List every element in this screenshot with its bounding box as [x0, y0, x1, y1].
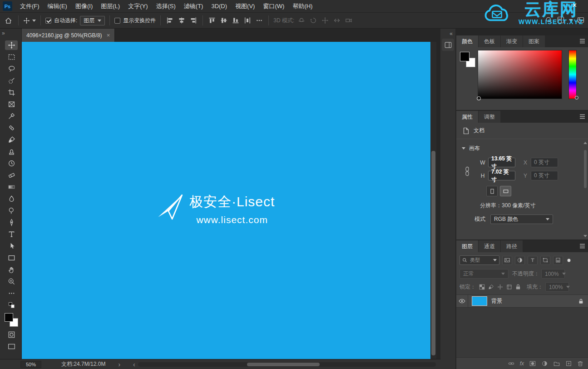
color-picker-cursor[interactable]: [477, 96, 481, 100]
menu-3d[interactable]: 3D(D): [207, 0, 231, 13]
marquee-tool[interactable]: [5, 52, 18, 62]
align-center-h-button[interactable]: [177, 16, 186, 25]
filter-shape-layers-button[interactable]: [540, 256, 550, 265]
dodge-tool[interactable]: [5, 206, 18, 215]
align-middle-button[interactable]: [219, 16, 228, 25]
hue-slider[interactable]: [568, 50, 577, 99]
saturation-brightness-picker[interactable]: [478, 50, 562, 99]
panel-menu-button[interactable]: [579, 39, 585, 44]
auto-select-checkbox[interactable]: [45, 18, 51, 24]
type-tool[interactable]: [5, 229, 18, 239]
filter-pixel-layers-button[interactable]: [502, 256, 512, 265]
chevron-down-icon[interactable]: [569, 19, 573, 21]
auto-select-dropdown[interactable]: 图层: [80, 16, 105, 25]
tab-color[interactable]: 颜色: [456, 35, 479, 47]
y-field[interactable]: 0 英寸: [531, 171, 558, 180]
zoom-tool[interactable]: [5, 277, 18, 286]
landscape-orientation-button[interactable]: [500, 186, 511, 196]
align-right-button[interactable]: [189, 16, 198, 25]
lasso-tool[interactable]: [5, 64, 18, 74]
document-tab[interactable]: 4096×2160.jpg @ 50%(RGB/8) ×: [22, 29, 115, 42]
menu-file[interactable]: 文件(F): [16, 0, 44, 13]
menu-help[interactable]: 帮助(H): [288, 0, 316, 13]
scroll-up-icon[interactable]: [583, 142, 587, 144]
width-field[interactable]: 13.65 英寸: [488, 158, 515, 167]
canvas-section-header[interactable]: 画布: [456, 139, 588, 154]
crop-tool[interactable]: [5, 88, 18, 97]
tab-channels[interactable]: 通道: [479, 240, 501, 252]
align-top-button[interactable]: [208, 16, 217, 25]
layer-style-icon[interactable]: fx: [520, 360, 524, 367]
lock-all-icon[interactable]: [515, 284, 521, 290]
status-flyout-icon[interactable]: ›: [118, 361, 120, 368]
menu-edit[interactable]: 编辑(E): [44, 0, 71, 13]
search-icon[interactable]: [545, 16, 553, 24]
link-layers-icon[interactable]: [508, 360, 515, 367]
filter-type-layers-button[interactable]: [528, 256, 538, 265]
screen-mode-button[interactable]: [5, 342, 18, 351]
brush-tool[interactable]: [5, 135, 18, 145]
panel-scrollbar-thumb[interactable]: [584, 150, 587, 188]
vertical-scrollbar[interactable]: [430, 42, 436, 359]
lock-artboard-icon[interactable]: [506, 284, 512, 290]
layer-row-background[interactable]: 背景: [456, 295, 588, 308]
scroll-down-icon[interactable]: [583, 235, 587, 237]
path-selection-tool[interactable]: [5, 241, 18, 251]
menu-image[interactable]: 图像(I): [71, 0, 97, 13]
tab-gradients[interactable]: 渐变: [501, 35, 523, 47]
new-adjustment-layer-icon[interactable]: [541, 360, 548, 367]
foreground-color-swatch[interactable]: [5, 313, 13, 322]
distribute-button[interactable]: [243, 16, 252, 25]
panel-scrollbar[interactable]: [583, 138, 587, 238]
window-close-icon[interactable]: ✕: [572, 2, 577, 9]
color-mode-dropdown[interactable]: RGB 颜色: [490, 214, 553, 224]
tab-layers[interactable]: 图层: [456, 240, 479, 252]
filter-toggle-icon[interactable]: [567, 258, 571, 263]
home-button[interactable]: [3, 15, 14, 26]
menu-select[interactable]: 选择(S): [152, 0, 179, 13]
menu-window[interactable]: 窗口(W): [259, 0, 288, 13]
show-transform-checkbox[interactable]: [114, 18, 120, 24]
default-colors-button[interactable]: [5, 300, 18, 310]
blur-tool[interactable]: [5, 194, 18, 204]
filter-smart-objects-button[interactable]: [553, 256, 563, 265]
layer-filter-type-dropdown[interactable]: 类型: [460, 255, 499, 265]
tab-properties[interactable]: 属性: [456, 111, 479, 123]
new-layer-icon[interactable]: [565, 360, 572, 367]
scroll-left-icon[interactable]: ‹: [133, 361, 135, 368]
workspace-switcher-icon[interactable]: [557, 16, 564, 24]
constrain-proportions-icon[interactable]: [464, 166, 470, 176]
foreground-color-swatch[interactable]: [460, 52, 469, 61]
pen-tool[interactable]: [5, 218, 18, 227]
layer-visibility-toggle[interactable]: [456, 295, 468, 307]
quick-mask-button[interactable]: [5, 330, 18, 339]
more-align-options-button[interactable]: [255, 16, 264, 25]
hue-slider-cursor[interactable]: [575, 96, 578, 100]
gradient-tool[interactable]: [5, 182, 18, 192]
blend-mode-dropdown[interactable]: 正常: [460, 269, 509, 279]
vertical-scrollbar-thumb[interactable]: [431, 151, 435, 355]
tab-swatches[interactable]: 色板: [479, 35, 501, 47]
lock-paint-icon[interactable]: [488, 284, 494, 290]
toolbar-collapse-button[interactable]: »: [2, 30, 5, 36]
share-image-icon[interactable]: [577, 16, 584, 24]
portrait-orientation-button[interactable]: [486, 186, 498, 196]
collapsed-panel-button[interactable]: [442, 39, 454, 51]
eyedropper-tool[interactable]: [5, 111, 18, 121]
horizontal-scrollbar[interactable]: [138, 362, 436, 367]
new-group-icon[interactable]: [553, 360, 560, 367]
tab-close-icon[interactable]: ×: [107, 32, 110, 39]
edit-toolbar-button[interactable]: [5, 289, 18, 298]
quick-selection-tool[interactable]: [5, 76, 18, 85]
tab-adjustments[interactable]: 调整: [479, 111, 501, 123]
align-bottom-button[interactable]: [231, 16, 240, 25]
lock-position-icon[interactable]: [497, 284, 503, 290]
clone-stamp-tool[interactable]: [5, 147, 18, 156]
color-panel-swatches[interactable]: [460, 52, 475, 67]
horizontal-scrollbar-thumb[interactable]: [247, 363, 320, 366]
filter-adjustment-layers-button[interactable]: [515, 256, 525, 265]
hand-tool[interactable]: [5, 265, 18, 274]
menu-filter[interactable]: 滤镜(T): [180, 0, 208, 13]
delete-layer-icon[interactable]: [577, 360, 583, 367]
canvas[interactable]: 极安全·Lisect www.lisect.com: [22, 42, 430, 359]
